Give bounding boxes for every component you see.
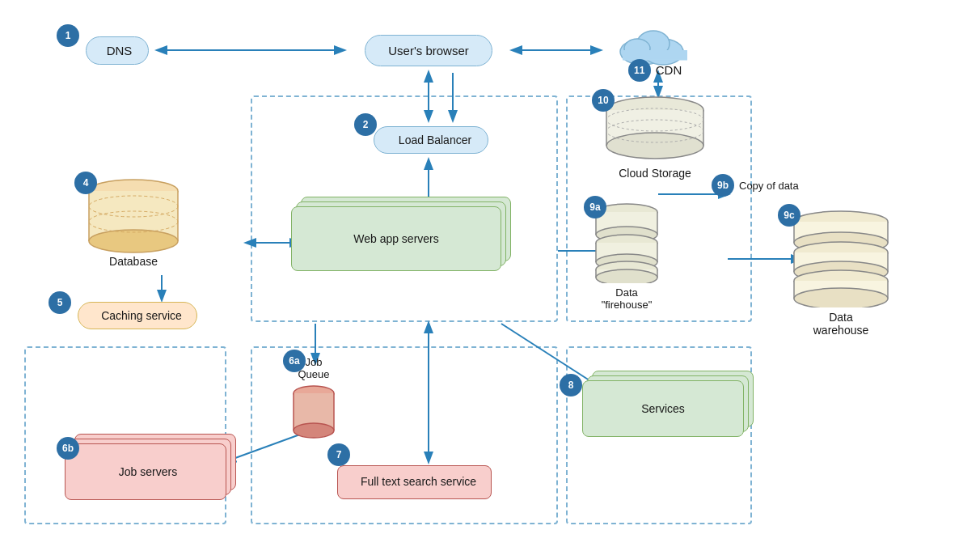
cloud-storage-node: 10 Cloud Storage <box>598 95 712 180</box>
job-queue-cylinder-icon <box>289 384 338 440</box>
copy-of-data-node: 9b Copy of data <box>712 174 799 197</box>
web-app-servers-label: Web app servers <box>291 206 501 271</box>
copy-of-data-label: Copy of data <box>739 180 799 192</box>
database-cylinder-icon <box>81 178 186 255</box>
cdn-node: 11 CDN <box>590 15 720 87</box>
data-warehouse-cylinders-icon <box>784 210 898 307</box>
svg-point-25 <box>606 133 703 159</box>
data-warehouse-badge: 9c <box>778 204 800 227</box>
job-queue-badge: 6a <box>283 350 306 372</box>
full-text-search-label: Full text search service <box>337 465 492 499</box>
job-queue-node: 6a JobQueue <box>289 356 338 440</box>
data-firehouse-node: 9a Data"firehouse" <box>590 202 663 311</box>
caching-service-node: 5 Caching service <box>57 298 218 333</box>
database-node: 4 Database <box>81 178 186 268</box>
web-app-servers-node: Web app servers <box>291 206 501 271</box>
dns-node: 1 DNS <box>65 28 170 73</box>
cdn-badge: 11 <box>628 59 651 82</box>
full-text-search-node: 7 Full text search service <box>336 450 493 515</box>
svg-point-32 <box>89 230 178 252</box>
data-firehouse-label: Data"firehouse" <box>602 286 653 311</box>
lb-badge: 2 <box>354 113 377 136</box>
dns-label: DNS <box>86 36 150 65</box>
data-warehouse-label: Datawarehouse <box>813 311 869 337</box>
lb-label: Load Balancer <box>374 126 488 154</box>
data-warehouse-node: 9c Datawarehouse <box>784 210 898 337</box>
job-servers-label: Job servers <box>65 443 226 500</box>
job-servers-badge: 6b <box>57 437 79 460</box>
database-badge: 4 <box>74 172 97 194</box>
services-badge: 8 <box>560 374 582 396</box>
dns-badge: 1 <box>57 24 79 47</box>
caching-badge: 5 <box>49 291 71 314</box>
caching-label: Caching service <box>78 302 197 329</box>
cloud-storage-label: Cloud Storage <box>619 167 691 180</box>
cloud-storage-badge: 10 <box>592 89 615 112</box>
cloud-storage-cylinder-icon <box>598 95 712 160</box>
services-label: Services <box>582 380 744 437</box>
data-firehouse-badge: 9a <box>584 196 606 218</box>
services-node: 8 Services <box>582 380 744 437</box>
database-label: Database <box>109 255 158 268</box>
svg-point-39 <box>294 423 334 438</box>
load-balancer-node: 2 Load Balancer <box>362 120 500 160</box>
browser-node: User's browser <box>332 28 526 73</box>
full-text-search-badge: 7 <box>327 443 350 466</box>
svg-point-54 <box>596 269 657 283</box>
architecture-diagram: 1 DNS User's browser 11 CDN 2 Load Balan… <box>0 0 980 547</box>
job-servers-node: 6b Job servers <box>65 443 226 500</box>
cdn-label: CDN <box>656 63 682 77</box>
svg-point-69 <box>794 288 888 307</box>
browser-label: User's browser <box>365 35 492 66</box>
copy-of-data-badge: 9b <box>712 174 734 197</box>
